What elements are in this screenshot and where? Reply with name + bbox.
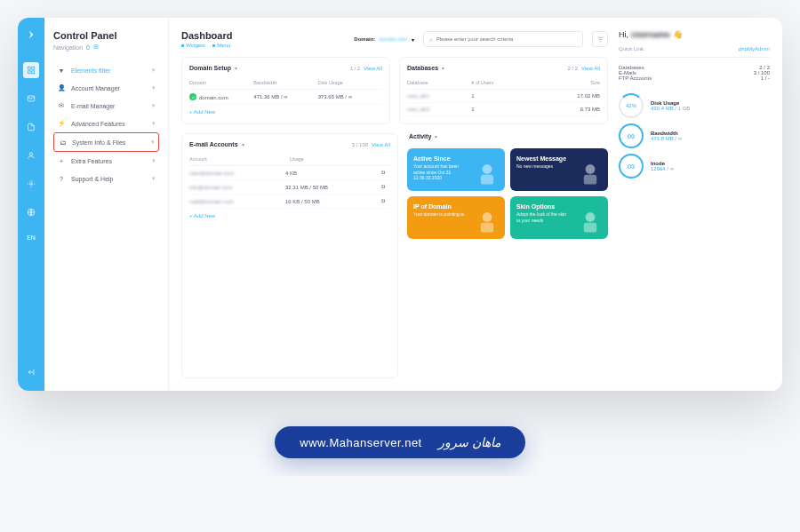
copy-icon[interactable]: ⧉ <box>381 184 390 190</box>
activity-tile-nm[interactable]: Newest MessageNo new messages <box>510 148 608 191</box>
rail-logout-icon[interactable] <box>23 364 39 380</box>
chevron-down-icon: ▾ <box>152 67 156 74</box>
add-new-domain[interactable]: + Add New <box>189 105 382 115</box>
footer-url: www.Mahanserver.net <box>300 436 421 449</box>
rail-dashboard-icon[interactable] <box>23 62 39 78</box>
gauge-icon: ∞ <box>619 123 644 148</box>
tile-subtitle: No new messages <box>516 163 568 170</box>
copy-icon[interactable]: ⧉ <box>381 198 390 204</box>
svg-point-11 <box>483 164 492 174</box>
sidebar-item-extra-features[interactable]: +Extra Features▾ <box>53 152 159 170</box>
rail-mail-icon[interactable] <box>23 91 39 107</box>
quick-link[interactable]: phpMyAdmin <box>739 46 770 52</box>
chevron-down-icon: ▾ <box>152 120 156 127</box>
add-new-email[interactable]: + Add New <box>189 209 390 218</box>
chevron-down-icon[interactable]: ▾ <box>442 65 444 71</box>
sidebar-item-label: Support & Help <box>71 176 113 182</box>
header-row: Dashboard ■ Widgets ■ Menu Domain: domai… <box>181 30 608 48</box>
sidebar-title: Control Panel <box>53 30 159 41</box>
sidebar-item-support-help[interactable]: ?Support & Help▾ <box>53 170 159 187</box>
chevron-down-icon[interactable]: ▾ <box>242 141 244 147</box>
svg-rect-14 <box>584 175 596 185</box>
page-title: Dashboard <box>181 30 232 41</box>
app-frame: EN Control Panel Navigation 0 ⊞ ▼Element… <box>18 18 782 391</box>
rail-user-icon[interactable] <box>23 147 39 163</box>
svg-rect-1 <box>32 67 35 69</box>
sidebar-item-e-mail-manager[interactable]: ✉E-mail Manager▾ <box>53 97 159 115</box>
tile-illustration-icon <box>574 157 606 189</box>
sidebar: Control Panel Navigation 0 ⊞ ▼Elements f… <box>44 18 169 391</box>
sidebar-item-icon: ? <box>57 176 66 182</box>
sidebar-item-icon: ▼ <box>57 67 66 74</box>
svg-rect-2 <box>28 71 30 74</box>
sidebar-item-advanced-features[interactable]: ⚡Advanced Features▾ <box>53 115 159 132</box>
gauge-row-inode: ∞Inode12064 / ∞ <box>619 154 770 179</box>
chevron-down-icon[interactable]: ▾ <box>435 133 437 139</box>
svg-rect-16 <box>481 223 493 233</box>
filter-button[interactable] <box>592 31 608 47</box>
sidebar-item-label: System Info & Files <box>72 139 125 146</box>
rail-settings-icon[interactable] <box>23 176 39 192</box>
sidebar-item-icon: 👤 <box>57 84 66 91</box>
domain-setup-card: Domain Setup ▾ 1 / 2 View All Domain Ban… <box>181 57 390 124</box>
chevron-down-icon: ▾ <box>152 102 156 109</box>
table-row[interactable]: user_db2 1 6.73 MB <box>407 103 600 116</box>
sidebar-item-account-manager[interactable]: 👤Account Manager▾ <box>53 79 159 97</box>
sidebar-item-label: Extra Features <box>71 158 112 164</box>
table-row[interactable]: info@domain.com32.31 MB / 50 MB⧉ <box>189 180 390 195</box>
svg-point-6 <box>30 183 33 186</box>
view-all-link[interactable]: View All <box>372 142 390 147</box>
sidebar-item-label: Elements filter <box>71 67 110 74</box>
chevron-down-icon: ▾ <box>152 175 156 182</box>
rail-globe-icon[interactable] <box>23 204 39 220</box>
footer-badge: www.Mahanserver.net ماهان سرور <box>275 426 524 458</box>
table-row[interactable]: mail@domain.com16 KB / 50 MB⧉ <box>189 195 390 209</box>
domain-selector[interactable]: Domain: domain.com ▾ <box>354 36 414 43</box>
activity-tile-so[interactable]: Skin OptionsAdapt the look of the skin t… <box>510 196 608 239</box>
chevron-down-icon[interactable]: ▾ <box>235 65 237 71</box>
table-row[interactable]: user_db1 1 17.02 MB <box>407 90 600 103</box>
activity-tile-ip[interactable]: IP of DomainYour domain is pointing to <box>407 196 505 239</box>
rail-language-label[interactable]: EN <box>27 234 36 241</box>
gauge-row-disk-usage: 42%Disk Usage430.4 MB / 1 GB <box>619 93 770 118</box>
sidebar-item-system-info-files[interactable]: 🗂System Info & Files▾ <box>53 132 159 152</box>
copy-icon[interactable]: ⧉ <box>381 170 390 176</box>
rail-files-icon[interactable] <box>23 119 39 135</box>
search-icon: ⌕ <box>429 36 433 43</box>
chevron-down-icon: ▾ <box>412 36 414 43</box>
activity-tile-as[interactable]: Active SinceYour account has been active… <box>407 148 505 191</box>
sidebar-item-icon: + <box>57 158 66 164</box>
wave-icon: 👋 <box>673 30 683 39</box>
sidebar-nav-sub: Navigation 0 ⊞ <box>53 44 159 51</box>
svg-point-15 <box>483 212 492 222</box>
view-all-link[interactable]: View All <box>364 66 382 71</box>
quick-link-row: Quick Link: phpMyAdmin <box>619 46 770 58</box>
widgets-link[interactable]: ■ Widgets <box>181 43 205 48</box>
gauge-row-bandwidth: ∞Bandwidth471.8 MB / ∞ <box>619 123 770 148</box>
search-box[interactable]: ⌕ <box>423 31 583 47</box>
svg-rect-18 <box>584 223 596 233</box>
stat-row: FTP Accounts1 / - <box>619 75 770 81</box>
table-row[interactable]: user@domain.com4 KB⧉ <box>189 166 390 180</box>
search-input[interactable] <box>436 36 577 42</box>
table-row[interactable]: domain.com 471.36 MB / ∞ 373.65 MB / ∞ <box>189 90 382 105</box>
sidebar-item-label: Advanced Features <box>71 121 125 127</box>
tile-illustration-icon <box>471 205 503 237</box>
view-all-link[interactable]: View All <box>581 66 600 71</box>
greeting: Hi, Username 👋 <box>619 30 770 39</box>
svg-rect-3 <box>32 71 35 74</box>
status-ok-icon <box>189 93 196 100</box>
sidebar-item-label: Account Manager <box>71 85 120 91</box>
tile-illustration-icon <box>574 205 606 237</box>
tile-subtitle: Your domain is pointing to <box>413 211 465 218</box>
sidebar-grid-icon[interactable]: ⊞ <box>93 44 99 51</box>
sidebar-item-icon: ✉ <box>57 102 66 109</box>
sidebar-item-elements-filter[interactable]: ▼Elements filter▾ <box>53 61 159 79</box>
logo-icon <box>25 28 37 44</box>
gauge-icon: ∞ <box>619 154 644 179</box>
chevron-down-icon: ▾ <box>152 157 156 164</box>
main: Dashboard ■ Widgets ■ Menu Domain: domai… <box>169 18 782 391</box>
menu-link[interactable]: ■ Menu <box>212 43 230 48</box>
gauge-icon: 42% <box>619 93 644 118</box>
summary-panel: Hi, Username 👋 Quick Link: phpMyAdmin Da… <box>619 30 770 378</box>
